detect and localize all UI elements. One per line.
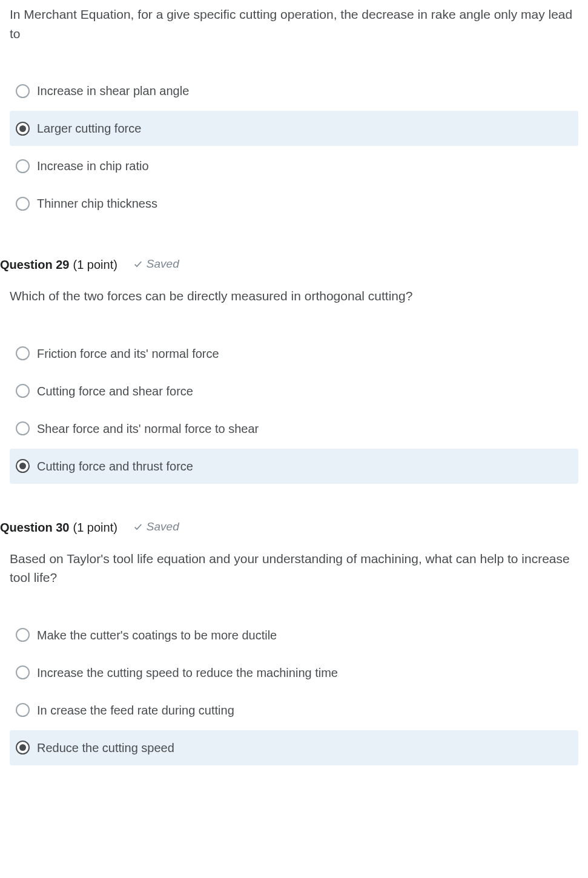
option-label: Shear force and its' normal force to she… — [37, 421, 259, 437]
question-29-header: Question 29 (1 point) Saved — [0, 248, 588, 282]
radio-icon — [16, 665, 30, 679]
radio-icon — [16, 703, 30, 717]
q29-option-1[interactable]: Cutting force and shear force — [10, 374, 578, 409]
question-28-block: In Merchant Equation, for a give specifi… — [0, 0, 588, 242]
radio-icon — [16, 122, 30, 136]
q30-option-1[interactable]: Increase the cutting speed to reduce the… — [10, 655, 578, 690]
saved-indicator: Saved — [133, 257, 179, 271]
q28-option-3[interactable]: Thinner chip thickness — [10, 186, 578, 221]
question-29-block: Question 29 (1 point) Saved Which of the… — [0, 248, 588, 504]
radio-icon — [16, 459, 30, 473]
option-label: Increase the cutting speed to reduce the… — [37, 665, 338, 681]
radio-icon — [16, 84, 30, 98]
q28-option-2[interactable]: Increase in chip ratio — [10, 148, 578, 183]
question-29-title: Question 29 — [0, 258, 69, 272]
q29-option-3[interactable]: Cutting force and thrust force — [10, 449, 578, 484]
question-30-title: Question 30 — [0, 521, 69, 535]
question-29-options: Friction force and its' normal force Cut… — [0, 315, 588, 504]
q28-option-1[interactable]: Larger cutting force — [10, 111, 578, 146]
radio-icon — [16, 384, 30, 398]
option-label: In crease the feed rate during cutting — [37, 702, 234, 718]
q28-option-0[interactable]: Increase in shear plan angle — [10, 73, 578, 108]
radio-icon — [16, 741, 30, 754]
q29-option-0[interactable]: Friction force and its' normal force — [10, 336, 578, 371]
saved-indicator: Saved — [133, 520, 179, 533]
option-label: Cutting force and shear force — [37, 383, 193, 399]
option-label: Make the cutter's coatings to be more du… — [37, 627, 277, 643]
option-label: Larger cutting force — [37, 120, 141, 136]
question-30-options: Make the cutter's coatings to be more du… — [0, 597, 588, 786]
saved-label: Saved — [147, 257, 179, 271]
saved-label: Saved — [147, 520, 179, 533]
question-30-text: Based on Taylor's tool life equation and… — [0, 544, 588, 597]
q30-option-0[interactable]: Make the cutter's coatings to be more du… — [10, 618, 578, 653]
question-30-header: Question 30 (1 point) Saved — [0, 510, 588, 544]
q30-option-3[interactable]: Reduce the cutting speed — [10, 730, 578, 765]
check-icon — [133, 259, 143, 269]
question-28-options: Increase in shear plan angle Larger cutt… — [0, 53, 588, 242]
option-label: Friction force and its' normal force — [37, 346, 219, 361]
option-label: Increase in shear plan angle — [37, 83, 189, 99]
question-30-points: (1 point) — [73, 521, 117, 535]
question-29-points: (1 point) — [73, 258, 117, 272]
radio-icon — [16, 197, 30, 211]
q30-option-2[interactable]: In crease the feed rate during cutting — [10, 693, 578, 728]
option-label: Increase in chip ratio — [37, 158, 149, 174]
check-icon — [133, 522, 143, 532]
radio-icon — [16, 159, 30, 173]
radio-icon — [16, 346, 30, 360]
question-30-block: Question 30 (1 point) Saved Based on Tay… — [0, 510, 588, 786]
question-28-text: In Merchant Equation, for a give specifi… — [0, 0, 588, 53]
radio-icon — [16, 628, 30, 642]
option-label: Cutting force and thrust force — [37, 458, 193, 474]
q29-option-2[interactable]: Shear force and its' normal force to she… — [10, 411, 578, 446]
option-label: Thinner chip thickness — [37, 196, 157, 211]
option-label: Reduce the cutting speed — [37, 740, 174, 756]
question-29-text: Which of the two forces can be directly … — [0, 282, 588, 315]
radio-icon — [16, 421, 30, 435]
